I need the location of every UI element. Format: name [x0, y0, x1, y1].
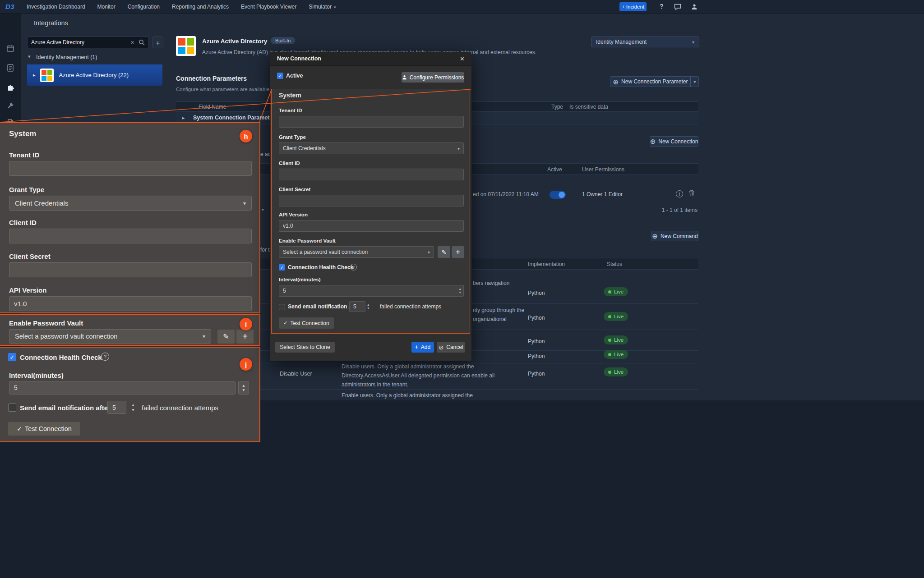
add-vault-button[interactable]: + — [236, 330, 254, 344]
edit-vault-button[interactable]: ✎ — [438, 246, 450, 258]
new-connection-button[interactable]: ⊕ New Connection — [650, 136, 698, 147]
new-connection-modal: New Connection ✕ ✓ Active Configure Perm… — [270, 52, 471, 361]
row-expand-icon[interactable]: ▸ — [182, 115, 185, 121]
grant-type-value: Client Credentials — [15, 199, 68, 207]
tenant-id-label: Tenant ID — [279, 108, 302, 113]
nav-configuration[interactable]: Configuration — [128, 4, 160, 10]
connection-health-check-checkbox[interactable]: ✓ — [279, 264, 285, 271]
status-label: Live — [614, 337, 624, 343]
search-icon[interactable] — [139, 39, 145, 46]
tree-group-identity-management[interactable]: Identity Management (1) — [36, 54, 97, 60]
chat-icon[interactable] — [674, 4, 681, 10]
configure-permissions-button[interactable]: Configure Permissions — [402, 72, 464, 83]
command-desc-fragment: organizational — [473, 316, 507, 322]
system-connection-parameter-label: System Connection Parameter — [193, 115, 275, 121]
select-sites-to-clone-button[interactable]: Select Sites to Clone — [275, 342, 335, 353]
stepper-down-icon[interactable]: ▼ — [131, 408, 135, 412]
connection-health-check-checkbox[interactable]: ✓ — [8, 353, 16, 361]
interval-input[interactable] — [283, 288, 459, 294]
d3-logo[interactable]: D3 — [5, 3, 14, 10]
wrench-icon[interactable] — [6, 102, 15, 111]
info-icon[interactable]: i — [676, 190, 683, 197]
client-secret-input[interactable] — [9, 262, 252, 277]
integration-search-box: ✕ — [27, 37, 149, 48]
password-vault-select[interactable]: Select a password vault connection ▾ — [279, 246, 434, 258]
tree-group-collapse-icon[interactable]: ▾ — [28, 54, 31, 60]
tree-item-expand-icon[interactable]: ▸ — [33, 72, 36, 78]
category-dropdown[interactable]: Identity Management ▾ — [591, 37, 699, 47]
stepper-up-icon[interactable]: ▲ — [367, 303, 370, 307]
trash-icon[interactable] — [688, 190, 695, 197]
integrations-puzzle-icon[interactable] — [6, 83, 15, 92]
column-user-permissions: User Permissions — [582, 166, 624, 173]
password-vault-select[interactable]: Select a password vault connection ▾ — [9, 329, 211, 344]
stepper-down-icon[interactable]: ▼ — [242, 388, 245, 392]
new-command-label: New Command — [661, 233, 698, 239]
test-connection-button[interactable]: ✓ Test Connection — [279, 317, 334, 329]
new-connection-parameter-button[interactable]: ⊕ New Connection Parameter ▾ — [610, 76, 699, 87]
active-checkbox[interactable]: ✓ — [277, 73, 283, 79]
interval-stepper[interactable]: ▲▼ — [459, 288, 462, 294]
integration-logo — [176, 36, 196, 56]
help-icon[interactable]: ? — [660, 3, 664, 10]
client-id-label: Client ID — [279, 161, 300, 166]
email-attempt-stepper[interactable]: ▲▼ — [128, 401, 138, 414]
search-input[interactable] — [31, 39, 126, 46]
new-command-button[interactable]: ⊕ New Command — [651, 231, 698, 241]
client-secret-input[interactable] — [279, 195, 464, 206]
help-icon[interactable]: ? — [350, 264, 357, 271]
incident-button-label: + Incident — [622, 4, 644, 9]
check-icon: ✓ — [10, 404, 15, 411]
add-integration-button[interactable]: + — [152, 37, 163, 48]
stepper-up-icon[interactable]: ▲ — [459, 288, 462, 291]
calendar-icon[interactable] — [6, 44, 15, 53]
api-version-input[interactable] — [279, 220, 464, 232]
email-attempt-count-input[interactable] — [107, 401, 126, 414]
test-connection-button[interactable]: ✓ Test Connection — [8, 422, 80, 436]
nav-simulator[interactable]: Simulator▾ — [309, 4, 336, 10]
callout-system-section: System Tenant ID Grant Type Client Crede… — [0, 122, 260, 313]
interval-stepper[interactable]: ▲▼ — [238, 381, 249, 395]
nav-monitor[interactable]: Monitor — [97, 4, 116, 10]
nav-investigation-dashboard[interactable]: Investigation Dashboard — [27, 4, 85, 10]
api-version-label: API Version — [279, 212, 308, 217]
stepper-down-icon[interactable]: ▼ — [459, 291, 462, 294]
email-attempt-stepper[interactable]: ▲▼ — [367, 302, 370, 312]
connection-active-toggle[interactable] — [550, 191, 566, 199]
tenant-id-input[interactable] — [279, 116, 464, 128]
circle-plus-icon: ⊕ — [613, 78, 619, 85]
nav-event-playbook-viewer[interactable]: Event Playbook Viewer — [241, 4, 296, 10]
interval-input[interactable] — [9, 381, 236, 395]
add-button[interactable]: + Add — [411, 342, 434, 353]
grant-type-select[interactable]: Client Credentials ▾ — [9, 196, 252, 211]
callout-vault-section: Enable Password Vault Select a password … — [0, 314, 260, 346]
send-email-checkbox[interactable]: ✓ — [8, 404, 16, 412]
clear-search-icon[interactable]: ✕ — [130, 40, 134, 46]
background-text-fragment: for t — [260, 247, 270, 253]
client-secret-label: Client Secret — [9, 252, 51, 260]
tree-item-azure-active-directory[interactable]: ▸ Azure Active Directory (22) — [27, 64, 162, 86]
callout-system-title: System — [9, 129, 36, 138]
user-icon[interactable] — [691, 4, 698, 10]
email-attempt-count-input[interactable] — [349, 301, 365, 312]
grant-type-select[interactable]: Client Credentials ▾ — [279, 142, 464, 154]
client-id-input[interactable] — [279, 169, 464, 180]
caret-down-icon[interactable]: ▾ — [693, 79, 696, 84]
add-vault-button[interactable]: + — [452, 246, 464, 258]
send-email-checkbox[interactable]: ✓ — [279, 304, 285, 310]
api-version-input[interactable] — [9, 296, 252, 311]
nav-reporting-analytics[interactable]: Reporting and Analytics — [172, 4, 229, 10]
status-badge: Live — [604, 287, 628, 296]
stepper-up-icon[interactable]: ▲ — [131, 403, 135, 407]
incident-button[interactable]: + Incident — [619, 2, 647, 11]
client-id-input[interactable] — [9, 229, 252, 243]
stepper-down-icon[interactable]: ▼ — [367, 307, 370, 310]
stepper-up-icon[interactable]: ▲ — [242, 384, 245, 388]
close-icon[interactable]: ✕ — [460, 55, 465, 62]
cancel-button[interactable]: ⊘ Cancel — [437, 342, 465, 353]
tenant-id-input[interactable] — [9, 161, 252, 176]
help-icon[interactable]: ? — [101, 353, 109, 361]
edit-vault-button[interactable]: ✎ — [217, 330, 235, 344]
clipboard-icon[interactable] — [6, 63, 15, 72]
add-button-label: Add — [421, 344, 430, 350]
